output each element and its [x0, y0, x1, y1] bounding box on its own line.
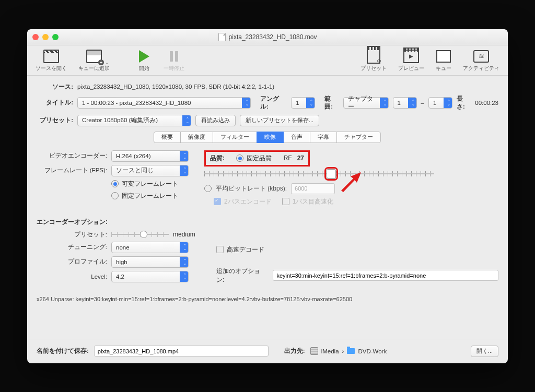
duration-value: 00:00:23: [475, 100, 498, 106]
encoder-select[interactable]: H.264 (x264): [111, 150, 189, 162]
quality-slider[interactable]: [204, 170, 434, 178]
queue-button[interactable]: キュー: [436, 50, 451, 72]
queue-add-icon: [86, 50, 102, 63]
browse-button[interactable]: 開く...: [471, 346, 498, 357]
tab-summary[interactable]: 概要: [154, 132, 181, 143]
enc-section-label: エンコーダーオプション:: [37, 218, 498, 227]
fastdecode-label: 高速デコード: [227, 245, 264, 254]
open-source-label: ソースを開く: [36, 65, 67, 72]
encoder-options: エンコーダーオプション: プリセット: medium チューニング: none …: [37, 218, 498, 302]
app-window: pixta_23283432_HD_1080.mov ソースを開く キューに追加…: [27, 29, 508, 363]
enc-preset-value: medium: [173, 231, 195, 238]
activity-icon: [473, 50, 489, 63]
preview-icon: [403, 50, 419, 63]
chevron-down-icon[interactable]: ⌄: [105, 60, 109, 65]
profile-value: high: [116, 259, 127, 265]
avg-bitrate-radio[interactable]: [204, 185, 212, 192]
abr-label: 平均ビットレート (kbps):: [216, 184, 287, 193]
extra-options-input[interactable]: [273, 270, 498, 281]
quality-highlight: 品質: 固定品質 RF 27: [204, 150, 310, 167]
tab-dimensions[interactable]: 解像度: [180, 132, 213, 143]
toolbar: ソースを開く キューに追加 ⌄ 開始 一時停止 プリセット: [27, 45, 508, 76]
start-button[interactable]: 開始: [136, 50, 152, 72]
source-label: ソース:: [37, 83, 73, 91]
pause-label: 一時停止: [164, 65, 184, 72]
titlebar: pixta_23283432_HD_1080.mov: [27, 29, 508, 45]
saveas-input[interactable]: [94, 346, 269, 357]
preset-select[interactable]: Creator 1080p60 (編集済み): [77, 115, 191, 126]
preset-icon: [367, 49, 380, 64]
stack-icon: [436, 50, 451, 63]
tab-chapters[interactable]: チャプター: [336, 132, 381, 143]
quality-label: 品質:: [210, 154, 225, 163]
window-title: pixta_23283432_HD_1080.mov: [27, 33, 508, 41]
window-title-text: pixta_23283432_HD_1080.mov: [229, 33, 317, 41]
folder-icon: [347, 348, 355, 354]
range-type: チャプター: [348, 95, 379, 111]
presets-button[interactable]: プリセット: [360, 50, 387, 72]
encoder-label: ビデオエンコーダー:: [37, 152, 107, 160]
turbo-label: 1パス目高速化: [293, 197, 334, 206]
level-label: Level:: [37, 274, 107, 280]
disk-icon: [310, 347, 318, 355]
title-label: タイトル:: [37, 99, 73, 106]
duration-label: 長さ:: [457, 95, 471, 111]
add-queue-button[interactable]: キューに追加 ⌄: [78, 50, 109, 72]
level-select[interactable]: 4.2: [111, 271, 189, 282]
play-icon: [139, 50, 149, 63]
constant-quality-radio[interactable]: [236, 155, 243, 162]
tab-subtitles[interactable]: 字幕: [310, 132, 337, 143]
footer: 名前を付けて保存: 出力先: iMedia › DVD-Work 開く...: [27, 339, 508, 363]
enc-preset-label: プリセット:: [37, 231, 107, 239]
title-select[interactable]: 1 - 00:00:23 - pixta_23283432_HD_1080: [77, 97, 251, 109]
range-to: 1: [433, 100, 436, 106]
path-2: DVD-Work: [358, 348, 387, 354]
tabs: 概要 解像度 フィルター 映像 音声 字幕 チャプター: [37, 132, 498, 143]
tune-value: none: [116, 244, 130, 251]
tab-filters[interactable]: フィルター: [213, 132, 257, 143]
path-1: iMedia: [321, 348, 339, 354]
tab-video[interactable]: 映像: [257, 132, 284, 143]
slider-thumb[interactable]: [327, 169, 336, 179]
fastdecode-check[interactable]: [216, 246, 224, 253]
enc-preset-slider[interactable]: [111, 231, 169, 238]
open-source-button[interactable]: ソースを開く: [36, 50, 67, 72]
twopass-check: [214, 198, 221, 205]
vfr-label: 可変フレームレート: [122, 180, 178, 188]
pause-icon: [170, 51, 178, 62]
range-to-select[interactable]: 1: [428, 97, 452, 109]
dest-label: 出力先:: [284, 347, 305, 355]
vfr-radio[interactable]: [111, 180, 119, 187]
save-preset-button[interactable]: 新しいプリセットを保存...: [240, 115, 319, 126]
pause-button: 一時停止: [164, 50, 184, 72]
content: ソース: pixta_23283432_HD_1080, 1920x1080, …: [27, 76, 508, 307]
unparse-text: x264 Unparse: keyint=30:keyint-min=15:re…: [37, 296, 498, 302]
fps-select[interactable]: ソースと同じ: [111, 165, 189, 176]
tune-label: チューニング:: [37, 243, 107, 251]
activity-button[interactable]: アクティビティ: [463, 50, 499, 72]
add-queue-label: キューに追加: [78, 65, 110, 72]
queue-label: キュー: [436, 65, 451, 72]
profile-select[interactable]: high: [111, 256, 189, 268]
title-value: 1 - 00:00:23 - pixta_23283432_HD_1080: [82, 100, 191, 106]
profile-label: プロファイル:: [37, 258, 107, 266]
preset-value: Creator 1080p60 (編集済み): [82, 116, 158, 124]
tab-audio[interactable]: 音声: [283, 132, 310, 143]
fps-label: フレームレート (FPS):: [37, 167, 107, 174]
preview-button[interactable]: プレビュー: [398, 50, 424, 72]
reload-button[interactable]: 再読み込み: [195, 115, 236, 126]
cfr-radio[interactable]: [111, 192, 119, 199]
rf-label: RF: [284, 155, 292, 162]
level-value: 4.2: [116, 274, 124, 280]
range-type-select[interactable]: チャプター: [343, 97, 389, 109]
preset-label: プリセット:: [37, 116, 73, 124]
encoder-value: H.264 (x264): [116, 153, 150, 159]
angle-select[interactable]: 1: [291, 97, 315, 109]
fps-value: ソースと同じ: [116, 167, 154, 174]
range-from-select[interactable]: 1: [393, 97, 417, 109]
range-label: 範囲:: [324, 95, 339, 111]
turbo-check: [282, 198, 289, 205]
tune-select[interactable]: none: [111, 242, 189, 253]
bitrate-input[interactable]: [291, 183, 335, 194]
breadcrumb[interactable]: iMedia › DVD-Work: [310, 347, 387, 355]
